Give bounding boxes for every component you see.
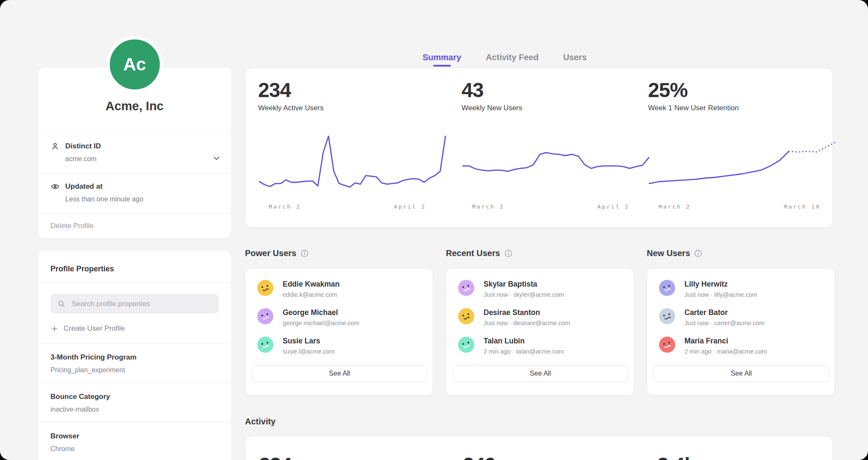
user-subtitle: susie.l@acme.com bbox=[283, 348, 335, 355]
stat-label: Weekly New Users bbox=[462, 104, 650, 112]
active-tab-underline bbox=[433, 65, 451, 67]
see-all-button[interactable]: See All bbox=[453, 365, 628, 382]
user-list-item[interactable]: Susie Larssusie.l@acme.com bbox=[252, 337, 426, 358]
weekly-new-users-chart bbox=[462, 132, 650, 198]
distinct-id-label: Distinct ID bbox=[65, 142, 101, 151]
user-name: Talan Lubin bbox=[484, 337, 564, 346]
user-list-item[interactable]: Desirae StantonJust now · desirare@acme.… bbox=[453, 308, 627, 330]
week1-retention-chart bbox=[648, 132, 837, 198]
eye-icon bbox=[50, 182, 60, 191]
user-name: Carter Bator bbox=[684, 308, 765, 317]
info-icon[interactable] bbox=[300, 249, 309, 257]
user-list-item[interactable]: Eddie Kwakmaneddie.k@acme.com bbox=[252, 280, 426, 301]
activity-stat-value: 3.4k bbox=[657, 453, 695, 460]
plus-icon bbox=[50, 325, 58, 333]
tab-activity-feed[interactable]: Activity Feed bbox=[486, 52, 538, 63]
property-item[interactable]: Browser Chrome bbox=[38, 422, 231, 460]
activity-card: 234 240 3.4k bbox=[245, 436, 833, 460]
x-axis-labels: March 2April 2 bbox=[258, 204, 447, 212]
stat-value: 25% bbox=[648, 80, 837, 100]
chevron-down-icon[interactable] bbox=[212, 153, 221, 164]
tab-users[interactable]: Users bbox=[563, 52, 587, 63]
recent-users-card: Skylar BaptistaJust now · skyler@acme.co… bbox=[446, 268, 634, 396]
activity-stat-value: 240 bbox=[463, 453, 495, 460]
user-subtitle: Just now · desirare@acme.com bbox=[484, 320, 570, 326]
property-item[interactable]: Bounce Category inactive-mailbox bbox=[38, 382, 231, 422]
user-name: Maria Franci bbox=[684, 337, 767, 346]
summary-stats-card: 234 Weekly Active Users March 2April 2 4… bbox=[245, 68, 833, 228]
weekly-active-users-chart bbox=[258, 132, 447, 198]
company-avatar: Ac bbox=[107, 36, 163, 92]
user-subtitle: Just now · carter@acme.com bbox=[684, 320, 765, 326]
user-subtitle: george.michael@acme.com bbox=[283, 320, 359, 326]
user-name: Lilly Herwitz bbox=[684, 280, 757, 289]
delete-profile-button[interactable]: Delete Profile bbox=[38, 213, 231, 238]
property-value: inactive-mailbox bbox=[50, 406, 219, 413]
section-title: Power Users bbox=[245, 248, 296, 258]
user-list-item[interactable]: Talan Lubin2 min ago · talan@acme.com bbox=[453, 337, 627, 358]
activity-section-title: Activity bbox=[245, 417, 275, 427]
user-subtitle: 2 min ago · talan@acme.com bbox=[484, 348, 564, 355]
profile-properties-title: Profile Properties bbox=[38, 251, 231, 283]
user-sections: Power Users Eddie Kwakmaneddie.k@acme.co… bbox=[245, 248, 835, 396]
user-name: Eddie Kwakman bbox=[283, 280, 339, 289]
profile-card-header: Ac Acme, Inc bbox=[38, 67, 231, 133]
stat-value: 43 bbox=[462, 80, 650, 100]
profile-properties-search[interactable] bbox=[50, 294, 219, 314]
create-user-profile-button[interactable]: Create User Profile bbox=[50, 324, 219, 333]
see-all-button[interactable]: See All bbox=[252, 365, 427, 382]
user-name: Susie Lars bbox=[283, 337, 335, 346]
user-avatar bbox=[659, 308, 675, 324]
property-value: Chrome bbox=[50, 445, 219, 453]
stat-weekly-active-users: 234 Weekly Active Users March 2April 2 bbox=[258, 80, 447, 212]
user-avatar bbox=[257, 280, 273, 296]
user-name: Desirae Stanton bbox=[484, 308, 570, 317]
tab-summary[interactable]: Summary bbox=[423, 52, 461, 63]
distinct-id-row: Distinct ID acme.com bbox=[38, 133, 231, 173]
search-input[interactable] bbox=[71, 299, 212, 309]
property-value: Pricing_plan_experiment bbox=[50, 366, 219, 374]
user-avatar bbox=[659, 280, 675, 296]
user-list-item[interactable]: Carter BatorJust now · carter@acme.com bbox=[654, 308, 828, 330]
property-item[interactable]: 3-Month Pricing Program Pricing_plan_exp… bbox=[38, 343, 231, 382]
user-list-item[interactable]: Skylar BaptistaJust now · skyler@acme.co… bbox=[453, 280, 627, 301]
user-name: Skylar Baptista bbox=[484, 280, 564, 289]
property-name: Bounce Category bbox=[50, 393, 219, 401]
stat-week1-retention: 25% Week 1 New User Retention March 2Mar… bbox=[648, 80, 837, 212]
power-users-card: Eddie Kwakmaneddie.k@acme.com George Mic… bbox=[245, 268, 433, 396]
app-window: Ac Acme, Inc Distinct ID acme.com bbox=[0, 0, 868, 460]
info-icon[interactable] bbox=[694, 249, 702, 257]
stat-label: Weekly Active Users bbox=[258, 104, 447, 112]
section-title: New Users bbox=[647, 248, 690, 258]
user-list-item[interactable]: Lilly HerwitzJust now · lilly@acme.com bbox=[654, 280, 828, 301]
company-name: Acme, Inc bbox=[38, 99, 231, 113]
stat-label: Week 1 New User Retention bbox=[648, 104, 837, 112]
user-name: George Michael bbox=[283, 308, 359, 317]
user-subtitle: Just now · skyler@acme.com bbox=[484, 291, 564, 298]
person-icon bbox=[50, 142, 60, 151]
stat-weekly-new-users: 43 Weekly New Users March 2April 2 bbox=[462, 80, 650, 212]
info-icon[interactable] bbox=[504, 249, 512, 257]
user-subtitle: Just now · lilly@acme.com bbox=[684, 291, 757, 298]
user-avatar bbox=[257, 308, 273, 324]
distinct-id-value: acme.com bbox=[65, 155, 219, 163]
see-all-button[interactable]: See All bbox=[654, 365, 829, 382]
stat-value: 234 bbox=[258, 80, 447, 100]
user-avatar bbox=[257, 337, 273, 353]
search-icon bbox=[57, 300, 66, 308]
user-subtitle: eddie.k@acme.com bbox=[283, 291, 339, 298]
profile-properties-card: Profile Properties Create User Profile 3… bbox=[37, 250, 232, 460]
property-name: 3-Month Pricing Program bbox=[50, 353, 219, 362]
user-avatar bbox=[458, 337, 474, 353]
x-axis-labels: March 2March 10 bbox=[648, 204, 837, 212]
updated-at-label: Updated at bbox=[65, 182, 103, 191]
section-title: Recent Users bbox=[446, 248, 500, 258]
profile-tabs: Summary Activity Feed Users bbox=[423, 52, 587, 63]
user-avatar bbox=[659, 337, 675, 353]
profile-card: Ac Acme, Inc Distinct ID acme.com bbox=[37, 67, 232, 239]
recent-users-section: Recent Users Skylar BaptistaJust now · s… bbox=[446, 248, 634, 396]
user-avatar bbox=[458, 308, 474, 324]
user-avatar bbox=[458, 280, 474, 296]
user-list-item[interactable]: Maria Franci2 min ago · maria@acme.com bbox=[654, 337, 828, 358]
user-list-item[interactable]: George Michaelgeorge.michael@acme.com bbox=[252, 308, 426, 330]
